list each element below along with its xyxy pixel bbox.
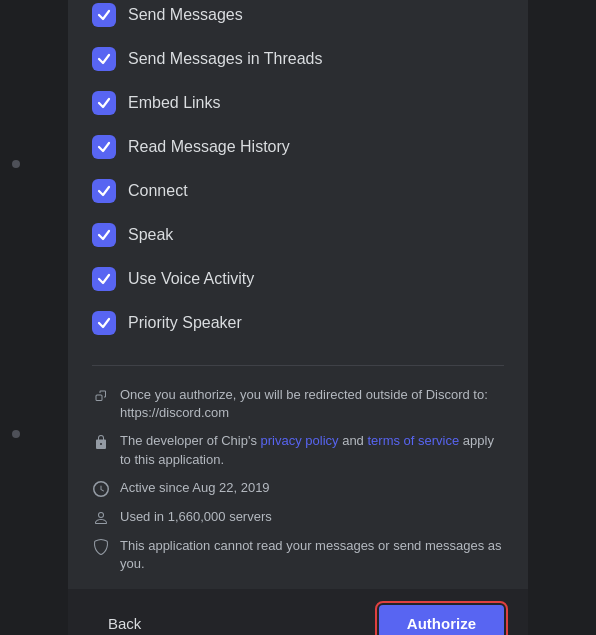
permission-label: Use Voice Activity [128,270,254,288]
sidebar-indicator-top [12,160,20,168]
modal-background: Send Messages Send Messages in Threads E… [0,0,596,635]
active-since-text: Active since Aug 22, 2019 [120,479,270,497]
permission-checkbox[interactable] [92,91,116,115]
redirect-text: Once you authorize, you will be redirect… [120,386,504,422]
shield-icon [92,538,110,556]
authorize-button[interactable]: Authorize [379,605,504,635]
modal-footer: Back Authorize [68,589,528,635]
permission-item: Connect [92,169,504,213]
permission-checkbox[interactable] [92,47,116,71]
policy-info: The developer of Chip's privacy policy a… [92,432,504,468]
permission-item: Embed Links [92,81,504,125]
clock-icon [92,480,110,498]
permissions-list: Send Messages Send Messages in Threads E… [68,0,528,357]
link-icon [92,387,110,405]
permission-label: Send Messages [128,6,243,24]
person-icon [92,509,110,527]
permission-checkbox[interactable] [92,311,116,335]
privacy-policy-link[interactable]: privacy policy [261,433,339,448]
terms-of-service-link[interactable]: terms of service [367,433,459,448]
permission-label: Connect [128,182,188,200]
permission-item: Priority Speaker [92,301,504,345]
permission-label: Embed Links [128,94,221,112]
authorization-modal: Send Messages Send Messages in Threads E… [68,0,528,635]
security-info: This application cannot read your messag… [92,537,504,573]
permission-item: Send Messages [92,0,504,37]
permission-label: Send Messages in Threads [128,50,322,68]
active-since-info: Active since Aug 22, 2019 [92,479,504,498]
permission-checkbox[interactable] [92,223,116,247]
permission-item: Speak [92,213,504,257]
permission-label: Read Message History [128,138,290,156]
usage-text: Used in 1,660,000 servers [120,508,272,526]
policy-text: The developer of Chip's privacy policy a… [120,432,504,468]
back-button[interactable]: Back [92,607,157,635]
permission-checkbox[interactable] [92,3,116,27]
permission-checkbox[interactable] [92,135,116,159]
permission-item: Send Messages in Threads [92,37,504,81]
security-text: This application cannot read your messag… [120,537,504,573]
permission-item: Read Message History [92,125,504,169]
info-section: Once you authorize, you will be redirect… [68,374,528,589]
sidebar-indicator-bottom [12,430,20,438]
lock-icon [92,433,110,451]
permission-label: Speak [128,226,173,244]
permission-item: Use Voice Activity [92,257,504,301]
permission-checkbox[interactable] [92,267,116,291]
redirect-info: Once you authorize, you will be redirect… [92,386,504,422]
permission-label: Priority Speaker [128,314,242,332]
usage-info: Used in 1,660,000 servers [92,508,504,527]
permission-checkbox[interactable] [92,179,116,203]
section-divider [92,365,504,366]
